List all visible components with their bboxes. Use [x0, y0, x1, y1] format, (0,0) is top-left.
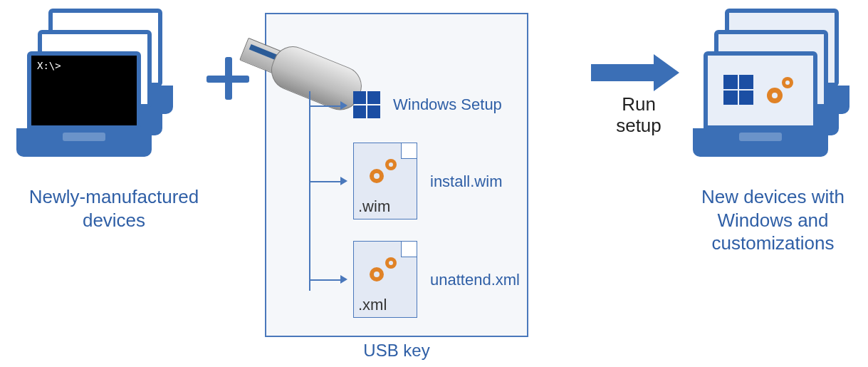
usb-key-box: Windows Setup .wim [265, 13, 528, 337]
usb-item-label: install.wim [430, 172, 502, 191]
diagram-deployment-flow: X:\> X:\> X:\> Newly-manufactured device… [0, 0, 868, 367]
left-caption: Newly-manufactured devices [14, 185, 214, 232]
usb-drive-icon [223, 19, 370, 131]
windows-logo-icon [353, 91, 382, 120]
laptop-configured-1 [689, 51, 832, 180]
svg-point-7 [389, 261, 393, 265]
svg-point-19 [785, 81, 790, 85]
gear-icon [364, 253, 402, 287]
arrow-right-icon [591, 57, 676, 88]
svg-point-5 [374, 272, 380, 277]
svg-point-1 [374, 173, 380, 179]
usb-item-label: Windows Setup [393, 95, 502, 114]
terminal-prompt: X:\> [31, 56, 137, 76]
file-icon: .wim [353, 143, 417, 219]
gears-icon [762, 73, 798, 108]
usb-caption: USB key [265, 341, 528, 361]
laptop-blank-1: X:\> [13, 51, 155, 180]
left-laptop-stack: X:\> X:\> X:\> [13, 9, 191, 165]
usb-item-label: unattend.xml [430, 271, 520, 289]
svg-point-3 [389, 162, 393, 167]
tree-line [309, 91, 310, 291]
file-ext: .wim [358, 197, 390, 216]
file-ext: .xml [358, 296, 387, 314]
right-caption: New devices with Windows and customizati… [682, 185, 864, 255]
right-laptop-stack [689, 9, 867, 165]
gear-icon [364, 155, 402, 189]
svg-point-17 [772, 93, 778, 98]
run-setup-label: Run setup [600, 94, 678, 137]
windows-logo-icon [723, 75, 755, 106]
file-icon: .xml [353, 241, 417, 318]
